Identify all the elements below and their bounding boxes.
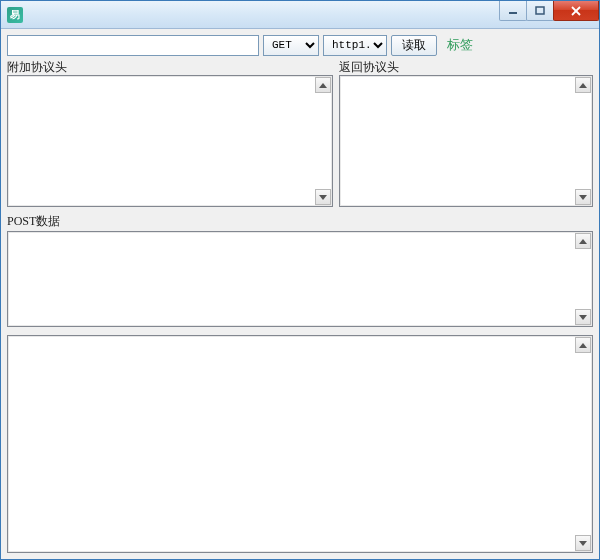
scroll-up-icon[interactable] <box>575 233 591 249</box>
maximize-button[interactable] <box>526 1 554 21</box>
request-headers-box <box>7 75 333 207</box>
url-input[interactable] <box>7 35 259 56</box>
http-version-select[interactable]: http1.1 <box>323 35 387 56</box>
post-data-textarea[interactable] <box>8 232 592 326</box>
response-headers-textarea[interactable] <box>340 76 592 206</box>
app-icon: 易 <box>7 7 23 23</box>
scroll-down-icon[interactable] <box>575 189 591 205</box>
scroll-down-icon[interactable] <box>575 535 591 551</box>
scroll-up-icon[interactable] <box>575 337 591 353</box>
request-headers-textarea[interactable] <box>8 76 332 206</box>
close-icon <box>570 6 582 16</box>
svg-rect-0 <box>509 12 517 14</box>
tag-label[interactable]: 标签 <box>447 36 473 54</box>
scroll-up-icon[interactable] <box>315 77 331 93</box>
response-headers-label: 返回协议头 <box>339 59 593 75</box>
method-select[interactable]: GET <box>263 35 319 56</box>
response-headers-panel: 返回协议头 <box>339 59 593 207</box>
top-row: GET http1.1 读取 标签 <box>7 33 593 57</box>
titlebar: 易 <box>1 1 599 29</box>
fetch-button[interactable]: 读取 <box>391 35 437 56</box>
minimize-button[interactable] <box>499 1 527 21</box>
svg-rect-1 <box>536 7 544 14</box>
scroll-down-icon[interactable] <box>575 309 591 325</box>
minimize-icon <box>508 6 518 16</box>
maximize-icon <box>535 6 545 16</box>
client-area: GET http1.1 读取 标签 附加协议头 返回协议头 <box>1 29 599 559</box>
post-data-box <box>7 231 593 327</box>
request-headers-label: 附加协议头 <box>7 59 333 75</box>
response-headers-box <box>339 75 593 207</box>
response-body-textarea[interactable] <box>8 336 592 552</box>
close-button[interactable] <box>553 1 599 21</box>
scroll-down-icon[interactable] <box>315 189 331 205</box>
response-body-box <box>7 335 593 553</box>
headers-row: 附加协议头 返回协议头 <box>7 59 593 209</box>
request-headers-panel: 附加协议头 <box>7 59 333 207</box>
window-controls <box>500 1 599 21</box>
post-data-label: POST数据 <box>7 213 593 229</box>
app-window: 易 GET http1.1 读 <box>0 0 600 560</box>
scroll-up-icon[interactable] <box>575 77 591 93</box>
